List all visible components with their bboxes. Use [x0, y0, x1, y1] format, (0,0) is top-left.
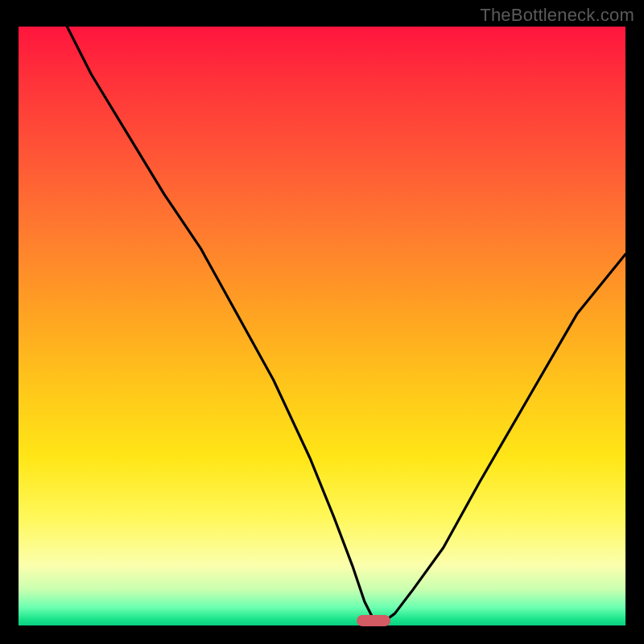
- chart-frame: TheBottleneck.com: [0, 0, 644, 644]
- curve-path: [67, 27, 625, 622]
- watermark-text: TheBottleneck.com: [480, 5, 634, 26]
- plot-svg: [19, 27, 625, 625]
- plot-area: [19, 27, 625, 625]
- optimum-marker: [357, 615, 390, 626]
